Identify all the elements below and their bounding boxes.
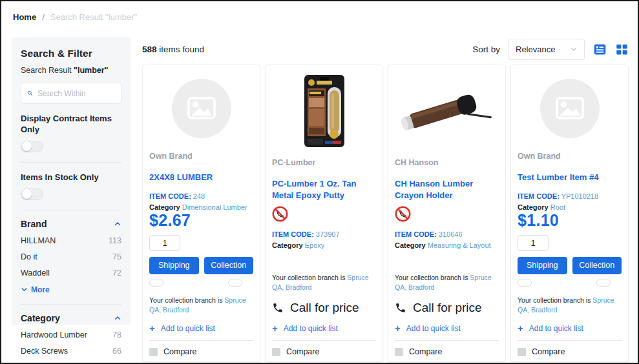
- compare-row[interactable]: Compare: [518, 340, 622, 356]
- item-code-value: 248: [193, 192, 205, 200]
- in-stock-toggle-label: Items In Stock Only: [21, 172, 121, 183]
- collection-branch-text: Your collection branch is Spruce QA, Bra…: [272, 273, 376, 292]
- brand-filter-hillman[interactable]: HILLMAN 113: [21, 236, 121, 245]
- call-for-price: Call for price: [272, 301, 376, 315]
- category-row: Category Root: [518, 203, 622, 211]
- product-title-link[interactable]: CH Hanson Lumber Crayon Holder: [395, 178, 499, 201]
- brand-filter-do-it[interactable]: Do it 75: [21, 252, 121, 261]
- breadcrumb-current: Search Result "lumber": [50, 12, 137, 22]
- item-code-row: ITEM CODE: 310646: [395, 230, 499, 238]
- compare-checkbox[interactable]: [149, 348, 158, 356]
- compare-row[interactable]: Compare: [395, 340, 499, 356]
- breadcrumb-home-link[interactable]: Home: [13, 12, 36, 22]
- plus-icon: +: [272, 323, 278, 333]
- filter-count: 72: [112, 268, 121, 278]
- compare-checkbox[interactable]: [395, 348, 403, 356]
- category-row: Category Epoxy: [272, 241, 376, 249]
- list-view-button[interactable]: [593, 43, 607, 56]
- quantity-input[interactable]: [149, 235, 180, 251]
- product-title-link[interactable]: Test Lumber Item #4: [518, 172, 622, 183]
- item-code-row: ITEM CODE: 248: [149, 192, 253, 200]
- collection-button[interactable]: Collection: [572, 257, 622, 274]
- item-code-value: 310646: [439, 230, 463, 238]
- image-placeholder-icon: [540, 79, 600, 138]
- category-link[interactable]: Root: [550, 203, 565, 211]
- filter-count: 113: [109, 236, 121, 245]
- phone-icon: [395, 302, 406, 314]
- product-image[interactable]: [272, 72, 376, 152]
- product-card-pc-lumber-epoxy: PC-Lumber PC-Lumber 1 Oz. Tan Metal Epox…: [265, 65, 383, 362]
- shipping-button[interactable]: Shipping: [518, 257, 567, 274]
- collection-branch-text: Your collection branch is Spruce QA, Bra…: [149, 296, 253, 315]
- category-link[interactable]: Measuring & Layout: [428, 241, 491, 249]
- compare-checkbox[interactable]: [518, 348, 526, 356]
- category-filter-hardwood-lumber[interactable]: Hardwood Lumber 78: [21, 330, 121, 339]
- no-call-icon: [272, 206, 288, 222]
- results-toolbar: 588 items found Sort by Relevance: [142, 37, 629, 61]
- product-photo-epoxy: [304, 74, 345, 149]
- list-view-icon: [593, 43, 607, 56]
- chevron-up-icon: [114, 220, 121, 228]
- in-stock-toggle[interactable]: [21, 188, 43, 200]
- call-for-price: Call for price: [395, 301, 499, 315]
- grid-view-button[interactable]: [615, 43, 629, 56]
- item-code-row: ITEM CODE: YP1010218: [518, 192, 622, 200]
- shipping-button[interactable]: Shipping: [149, 257, 199, 274]
- category-filter-deck-screws[interactable]: Deck Screws 66: [21, 347, 121, 356]
- quantity-input[interactable]: [518, 235, 549, 251]
- item-code-value: 373907: [316, 230, 340, 238]
- brand-more-link[interactable]: More: [21, 285, 121, 294]
- brand-section-header[interactable]: Brand: [21, 219, 121, 229]
- add-to-quick-list[interactable]: + Add to quick list: [149, 323, 253, 333]
- product-title-link[interactable]: 2X4X8 LUMBER: [149, 172, 253, 183]
- plus-icon: +: [395, 323, 401, 333]
- compare-row[interactable]: Compare: [272, 340, 376, 356]
- compare-checkbox[interactable]: [272, 348, 280, 356]
- product-image[interactable]: [395, 72, 499, 152]
- product-image[interactable]: [518, 72, 622, 145]
- contract-items-toggle-label: Display Contract Items Only: [21, 114, 121, 136]
- collection-button[interactable]: Collection: [204, 257, 254, 274]
- compare-row[interactable]: Compare: [149, 340, 253, 356]
- product-brand: PC-Lumber: [272, 158, 376, 167]
- app-window: Home / Search Result "lumber" Search & F…: [0, 0, 639, 364]
- no-call-icon: [395, 206, 411, 222]
- category-row: Category Measuring & Layout: [395, 241, 499, 249]
- divider: [21, 162, 121, 163]
- product-card-test-lumber-item-4: Own Brand Test Lumber Item #4 ITEM CODE:…: [510, 65, 629, 362]
- fulfillment-toggle-row: [149, 279, 253, 287]
- category-link[interactable]: Epoxy: [305, 241, 325, 249]
- sort-select[interactable]: Relevance: [508, 39, 585, 60]
- product-price: $1.10: [518, 211, 622, 230]
- items-found-text: 588 items found: [142, 45, 204, 54]
- search-within-input[interactable]: [37, 89, 115, 98]
- chevron-down-icon: [570, 45, 578, 53]
- product-title-link[interactable]: PC-Lumber 1 Oz. Tan Metal Epoxy Putty: [272, 178, 376, 201]
- collection-select-pill[interactable]: [596, 279, 611, 287]
- results-main: 588 items found Sort by Relevance: [142, 37, 629, 362]
- divider: [21, 304, 121, 305]
- collection-branch-text: Your collection branch is Spruce QA, Bra…: [395, 273, 499, 292]
- shipping-select-pill[interactable]: [518, 279, 532, 287]
- brand-filter-waddell[interactable]: Waddell 72: [21, 268, 121, 278]
- filter-count: 66: [112, 347, 121, 356]
- product-brand: Own Brand: [518, 152, 622, 161]
- product-card-ch-hanson-crayon-holder: CH Hanson CH Hanson Lumber Crayon Holder…: [388, 65, 506, 362]
- category-link[interactable]: Dimensional Lumber: [182, 203, 247, 211]
- add-to-quick-list[interactable]: + Add to quick list: [395, 323, 499, 333]
- sort-by-label: Sort by: [472, 45, 500, 54]
- add-to-quick-list[interactable]: + Add to quick list: [272, 323, 376, 333]
- category-section-header[interactable]: Category: [21, 313, 121, 323]
- search-icon: [27, 88, 33, 98]
- shipping-select-pill[interactable]: [149, 279, 163, 287]
- search-result-subtitle: Search Result "lumber": [21, 66, 121, 75]
- contract-items-toggle[interactable]: [21, 141, 43, 152]
- product-image[interactable]: [149, 72, 253, 145]
- product-price: $2.67: [149, 211, 253, 230]
- add-to-quick-list[interactable]: + Add to quick list: [518, 323, 622, 333]
- collection-select-pill[interactable]: [228, 279, 242, 287]
- category-row: Category Dimensional Lumber: [149, 203, 253, 211]
- divider: [21, 210, 121, 210]
- plus-icon: +: [149, 323, 155, 333]
- product-grid: Own Brand 2X4X8 LUMBER ITEM CODE: 248 Ca…: [142, 65, 629, 362]
